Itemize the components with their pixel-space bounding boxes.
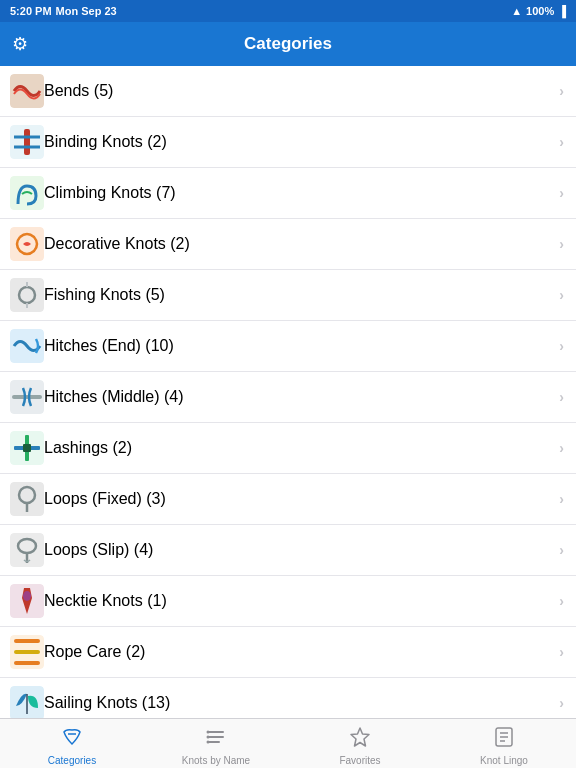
- chevron-icon-climbing: ›: [559, 185, 564, 201]
- knot-icon-hitches-end: [10, 329, 44, 363]
- tab-label-knot-lingo: Knot Lingo: [480, 755, 528, 766]
- nav-title: Categories: [244, 34, 332, 54]
- knot-icon-sailing: [10, 686, 44, 718]
- gear-icon[interactable]: ⚙: [12, 33, 28, 55]
- tab-icon-favorites: [349, 726, 371, 753]
- chevron-icon-hitches-end: ›: [559, 338, 564, 354]
- chevron-icon-rope: ›: [559, 644, 564, 660]
- list-item-climbing[interactable]: Climbing Knots (7) ›: [0, 168, 576, 219]
- category-label-hitches-end: Hitches (End) (10): [44, 337, 559, 355]
- category-label-hitches-mid: Hitches (Middle) (4): [44, 388, 559, 406]
- tab-knot-lingo[interactable]: Knot Lingo: [432, 722, 576, 766]
- tab-label-favorites: Favorites: [339, 755, 380, 766]
- knot-icon-decorative: [10, 227, 44, 261]
- categories-list: Bends (5) › Binding Knots (2) › Climbing…: [0, 66, 576, 718]
- svg-point-29: [207, 730, 210, 733]
- category-label-binding: Binding Knots (2): [44, 133, 559, 151]
- svg-rect-2: [24, 129, 30, 155]
- category-label-loops-slip: Loops (Slip) (4): [44, 541, 559, 559]
- chevron-icon-lashings: ›: [559, 440, 564, 456]
- list-item-fishing[interactable]: Fishing Knots (5) ›: [0, 270, 576, 321]
- tab-icon-categories: [61, 726, 83, 753]
- knot-icon-loops-slip: [10, 533, 44, 567]
- knot-icon-lashings: [10, 431, 44, 465]
- knot-icon-necktie: [10, 584, 44, 618]
- list-item-bends[interactable]: Bends (5) ›: [0, 66, 576, 117]
- list-item-decorative[interactable]: Decorative Knots (2) ›: [0, 219, 576, 270]
- knot-icon-rope: [10, 635, 44, 669]
- svg-point-30: [207, 735, 210, 738]
- wifi-icon: ▲: [511, 5, 522, 17]
- tab-favorites[interactable]: Favorites: [288, 722, 432, 766]
- knot-icon-climbing: [10, 176, 44, 210]
- chevron-icon-binding: ›: [559, 134, 564, 150]
- svg-point-31: [207, 740, 210, 743]
- chevron-icon-fishing: ›: [559, 287, 564, 303]
- tab-icon-knot-lingo: [493, 726, 515, 753]
- chevron-icon-decorative: ›: [559, 236, 564, 252]
- category-label-lashings: Lashings (2): [44, 439, 559, 457]
- list-item-sailing[interactable]: Sailing Knots (13) ›: [0, 678, 576, 718]
- svg-marker-32: [351, 728, 369, 746]
- chevron-icon-necktie: ›: [559, 593, 564, 609]
- category-label-sailing: Sailing Knots (13): [44, 694, 559, 712]
- svg-rect-12: [23, 444, 31, 452]
- tab-categories[interactable]: Categories: [0, 722, 144, 766]
- status-indicators: ▲ 100% ▐: [511, 5, 566, 17]
- status-time: 5:20 PM: [10, 5, 52, 17]
- knot-icon-binding: [10, 125, 44, 159]
- list-item-binding[interactable]: Binding Knots (2) ›: [0, 117, 576, 168]
- tab-bar: Categories Knots by Name Favorites Knot …: [0, 718, 576, 768]
- category-label-fishing: Fishing Knots (5): [44, 286, 559, 304]
- chevron-icon-loops-slip: ›: [559, 542, 564, 558]
- list-item-loops-fixed[interactable]: Loops (Fixed) (3) ›: [0, 474, 576, 525]
- svg-point-18: [23, 591, 31, 601]
- list-item-hitches-end[interactable]: Hitches (End) (10) ›: [0, 321, 576, 372]
- chevron-icon-bends: ›: [559, 83, 564, 99]
- category-label-necktie: Necktie Knots (1): [44, 592, 559, 610]
- tab-label-categories: Categories: [48, 755, 96, 766]
- list-item-rope[interactable]: Rope Care (2) ›: [0, 627, 576, 678]
- chevron-icon-sailing: ›: [559, 695, 564, 711]
- category-label-decorative: Decorative Knots (2): [44, 235, 559, 253]
- status-bar: 5:20 PM Mon Sep 23 ▲ 100% ▐: [0, 0, 576, 22]
- chevron-icon-loops-fixed: ›: [559, 491, 564, 507]
- battery-icon: ▐: [558, 5, 566, 17]
- battery-label: 100%: [526, 5, 554, 17]
- nav-bar: ⚙ Categories: [0, 22, 576, 66]
- tab-label-knots-by-name: Knots by Name: [182, 755, 250, 766]
- status-date: Mon Sep 23: [56, 5, 117, 17]
- knot-icon-bends: [10, 74, 44, 108]
- list-item-hitches-mid[interactable]: Hitches (Middle) (4) ›: [0, 372, 576, 423]
- tab-icon-knots-by-name: [205, 726, 227, 753]
- knot-icon-loops-fixed: [10, 482, 44, 516]
- category-label-bends: Bends (5): [44, 82, 559, 100]
- status-time-date: 5:20 PM Mon Sep 23: [10, 5, 117, 17]
- category-label-rope: Rope Care (2): [44, 643, 559, 661]
- tab-knots-by-name[interactable]: Knots by Name: [144, 722, 288, 766]
- knot-icon-fishing: [10, 278, 44, 312]
- list-item-lashings[interactable]: Lashings (2) ›: [0, 423, 576, 474]
- knot-icon-hitches-mid: [10, 380, 44, 414]
- list-item-loops-slip[interactable]: Loops (Slip) (4) ›: [0, 525, 576, 576]
- chevron-icon-hitches-mid: ›: [559, 389, 564, 405]
- category-label-loops-fixed: Loops (Fixed) (3): [44, 490, 559, 508]
- category-label-climbing: Climbing Knots (7): [44, 184, 559, 202]
- list-item-necktie[interactable]: Necktie Knots (1) ›: [0, 576, 576, 627]
